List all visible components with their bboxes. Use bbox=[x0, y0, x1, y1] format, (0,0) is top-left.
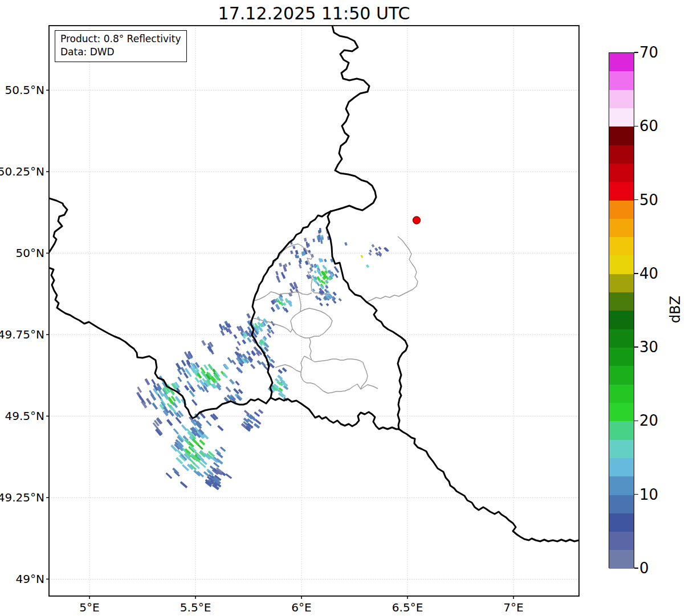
colorbar-segment bbox=[609, 550, 634, 568]
graticule-gridlines bbox=[49, 26, 579, 596]
radar-echo-cell bbox=[315, 295, 320, 300]
radar-echo-cell bbox=[233, 388, 239, 394]
radar-echo-cell bbox=[324, 259, 327, 262]
colorbar-segment bbox=[609, 495, 634, 513]
map-svg bbox=[0, 0, 685, 616]
colorbar-segment bbox=[609, 53, 634, 71]
radar-echo-cell bbox=[181, 367, 186, 373]
colorbar-segment bbox=[609, 385, 634, 403]
radar-echo-cell bbox=[144, 378, 150, 385]
colorbar-segment bbox=[609, 108, 634, 127]
radar-echo-cell bbox=[279, 263, 282, 267]
colorbar-tick-mark bbox=[634, 346, 638, 348]
district-borders bbox=[252, 236, 418, 393]
colorbar-tick-label: 70 bbox=[639, 44, 658, 61]
radar-echo-cell bbox=[335, 274, 339, 278]
radar-echo-cell bbox=[344, 242, 347, 246]
y-tick-label: 50.25°N bbox=[0, 165, 44, 178]
y-tick-label: 49.5°N bbox=[5, 409, 45, 423]
radar-echo-cell bbox=[225, 474, 232, 479]
radar-echo-cell bbox=[176, 417, 182, 424]
x-tick-label: 6.5°E bbox=[392, 601, 423, 614]
radar-echo-cell bbox=[290, 250, 293, 254]
radar-site-marker bbox=[413, 217, 421, 224]
radar-echo-cell bbox=[192, 438, 199, 445]
data-source-label: Data: DWD bbox=[60, 46, 181, 59]
radar-echo-cell bbox=[237, 341, 240, 346]
radar-echo-cell bbox=[267, 333, 271, 338]
colorbar-segment bbox=[609, 292, 634, 311]
radar-echo-cell bbox=[173, 428, 179, 434]
radar-echo-cell bbox=[187, 372, 191, 377]
radar-echo-cell bbox=[360, 255, 364, 258]
colorbar-tick-label: 60 bbox=[639, 117, 658, 134]
colorbar-segment bbox=[609, 127, 634, 145]
radar-echo-cell bbox=[235, 346, 239, 351]
radar-echo-cell bbox=[247, 337, 251, 343]
colorbar-tick-mark bbox=[634, 568, 638, 569]
country-border-FR-DE bbox=[399, 429, 579, 541]
radar-echo-cell bbox=[275, 271, 279, 276]
radar-echo-cell bbox=[312, 239, 315, 242]
x-tick-label: 6°E bbox=[291, 601, 311, 614]
axis-tick-marks bbox=[46, 90, 513, 599]
x-tick-label: 5°E bbox=[79, 601, 99, 614]
colorbar-segment bbox=[609, 255, 634, 274]
radar-echo-cell bbox=[369, 250, 372, 253]
radar-echo-cell bbox=[333, 292, 337, 296]
colorbar-segment bbox=[609, 274, 634, 292]
radar-echo-cell bbox=[295, 250, 299, 255]
radar-echo-cell bbox=[177, 377, 182, 382]
colorbar-tick-label: 0 bbox=[639, 560, 649, 577]
colorbar-segment bbox=[609, 440, 634, 458]
radar-map-page: 17.12.2025 11:50 UTC Product: 0.8° Refle… bbox=[0, 0, 685, 616]
radar-echo-cell bbox=[206, 421, 211, 427]
radar-echo-cell bbox=[304, 238, 307, 242]
colorbar-tick-label: 30 bbox=[639, 338, 658, 356]
colorbar-unit-label: dBZ bbox=[667, 296, 683, 323]
country-border-LU-DE bbox=[327, 211, 407, 429]
colorbar-segment bbox=[609, 476, 634, 495]
colorbar-tick-mark bbox=[634, 273, 638, 274]
colorbar-tick-label: 40 bbox=[639, 265, 658, 282]
colorbar-segment bbox=[609, 403, 634, 421]
radar-echo-cell bbox=[366, 264, 369, 268]
product-label: Product: 0.8° Reflectivity bbox=[60, 32, 181, 46]
radar-echo-cell bbox=[180, 481, 188, 488]
radar-echo-cell bbox=[256, 360, 262, 365]
radar-echo-cell bbox=[181, 425, 187, 431]
colorbar-tick-mark bbox=[634, 421, 638, 422]
radar-echo-cell bbox=[229, 379, 235, 385]
radar-echo-cell bbox=[378, 246, 381, 250]
colorbar-segment bbox=[609, 348, 634, 366]
colorbar-segment bbox=[609, 201, 634, 219]
country-border-FR-LU bbox=[271, 398, 399, 429]
radar-echo-cell bbox=[246, 313, 251, 319]
radar-echo-cell bbox=[151, 379, 156, 385]
radar-echo-cell bbox=[336, 268, 340, 273]
radar-echo-cell bbox=[242, 340, 246, 345]
radar-echo-cell bbox=[184, 385, 189, 390]
district-border bbox=[366, 286, 417, 302]
y-tick-label: 50.5°N bbox=[5, 83, 45, 97]
radar-echo-cell bbox=[288, 262, 291, 266]
radar-echo-cell bbox=[146, 398, 152, 405]
radar-echo-cell bbox=[277, 278, 280, 283]
radar-echo-cell bbox=[314, 270, 317, 273]
district-border bbox=[309, 338, 312, 360]
country-border-BE-DE bbox=[331, 26, 376, 211]
colorbar-segment bbox=[609, 311, 634, 329]
colorbar-tick-mark bbox=[634, 52, 638, 53]
colorbar-segment bbox=[609, 421, 634, 439]
radar-echo-cell bbox=[368, 252, 372, 255]
colorbar-segment bbox=[609, 182, 634, 200]
y-tick-label: 49°N bbox=[16, 572, 44, 586]
radar-echo-cell bbox=[250, 364, 255, 369]
radar-echo-cell bbox=[372, 244, 375, 247]
colorbar-segment bbox=[609, 90, 634, 108]
radar-echo-cell bbox=[137, 386, 142, 393]
radar-echo-cell bbox=[227, 357, 233, 364]
radar-echo-cell bbox=[235, 381, 239, 386]
radar-echo-cell bbox=[152, 402, 158, 410]
product-info-box: Product: 0.8° Reflectivity Data: DWD bbox=[55, 30, 187, 62]
